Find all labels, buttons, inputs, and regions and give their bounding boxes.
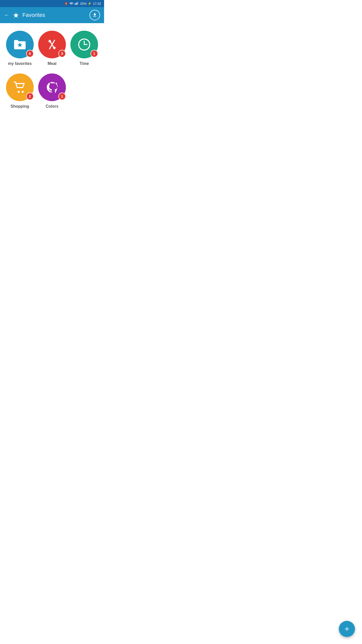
shopping-circle-wrapper: 2	[6, 73, 34, 101]
svg-point-8	[53, 47, 56, 49]
categories-grid: 6 my favorites 3 Meal	[5, 31, 99, 109]
page-title: Favorites	[22, 12, 86, 18]
status-bar: 🔇 25% ⚡ 17:32	[0, 0, 104, 7]
svg-point-15	[50, 85, 52, 86]
svg-rect-2	[77, 2, 77, 5]
toolbar: ← ★ Favorites	[0, 7, 104, 23]
time-label: Time	[79, 61, 89, 66]
time-circle-wrapper: 1	[70, 31, 98, 58]
svg-rect-0	[75, 4, 75, 5]
shopping-badge: 2	[26, 93, 34, 100]
meal-circle-wrapper: 3	[38, 31, 66, 58]
category-meal[interactable]: 3 Meal	[38, 31, 66, 66]
time-text: 17:32	[93, 2, 101, 6]
colors-circle-wrapper: 1	[38, 73, 66, 101]
back-button[interactable]: ←	[4, 12, 10, 18]
download-button[interactable]	[89, 10, 100, 20]
svg-point-14	[49, 87, 51, 88]
time-badge: 1	[90, 50, 98, 57]
svg-point-7	[49, 40, 51, 43]
meal-badge: 3	[58, 50, 66, 57]
status-icons: 🔇 25% ⚡ 17:32	[64, 2, 101, 6]
mute-icon: 🔇	[64, 2, 68, 5]
my-favorites-badge: 6	[26, 50, 34, 57]
my-favorites-circle-wrapper: 6	[6, 31, 34, 58]
colors-label: Colors	[46, 104, 59, 109]
battery-icon: ⚡	[88, 2, 92, 5]
category-colors[interactable]: 1 Colors	[38, 73, 66, 109]
svg-point-17	[54, 86, 56, 88]
signal-icon	[75, 2, 79, 6]
main-content: 6 my favorites 3 Meal	[0, 23, 104, 116]
meal-label: Meal	[48, 61, 57, 66]
svg-rect-1	[76, 3, 76, 5]
category-my-favorites[interactable]: 6 my favorites	[6, 31, 34, 66]
svg-rect-3	[78, 2, 78, 5]
colors-badge: 1	[58, 93, 66, 100]
category-shopping[interactable]: 2 Shopping	[6, 73, 34, 109]
svg-point-16	[53, 85, 54, 86]
category-time[interactable]: 1 Time	[70, 31, 98, 66]
svg-point-13	[22, 91, 24, 93]
shopping-label: Shopping	[11, 104, 29, 109]
wifi-icon	[69, 2, 73, 6]
my-favorites-label: my favorites	[8, 61, 32, 66]
svg-point-12	[18, 91, 20, 93]
star-icon: ★	[13, 11, 19, 20]
battery-text: 25%	[80, 2, 86, 6]
